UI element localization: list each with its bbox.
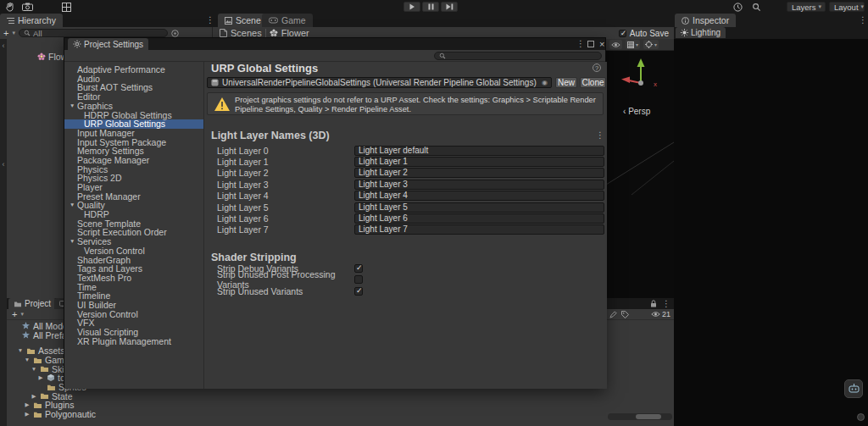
collapse-panel-button[interactable]: ‹ [0, 159, 7, 169]
help-icon[interactable]: ? [593, 64, 601, 72]
layers-dropdown[interactable]: Layers▾ [787, 2, 826, 12]
tab-inspector[interactable]: Inspector [675, 14, 736, 27]
auto-save-checkbox[interactable] [619, 30, 626, 37]
foldout-icon[interactable]: ▶ [31, 392, 37, 401]
scene-view[interactable]: ▾ ▾ x ‹ Persp [606, 39, 674, 298]
scene-orientation-gizmo[interactable]: x [618, 53, 664, 98]
add-object-button[interactable]: + [3, 28, 8, 38]
foldout-icon[interactable]: ▼ [17, 346, 24, 355]
foldout-icon[interactable]: ▶ [24, 410, 31, 418]
light-layer-input[interactable]: Light Layer 2 [354, 168, 604, 178]
project-tree-item[interactable]: ▶ Polygonautic [7, 410, 210, 419]
auto-save-toggle[interactable]: Auto Save [619, 29, 669, 38]
global-settings-object-field[interactable]: UniversalRenderPipelineGlobalSettings (U… [207, 77, 552, 88]
scene-view-toolbar: ▾ ▾ [606, 39, 674, 51]
add-object-dropdown-icon[interactable]: ▾ [12, 30, 15, 36]
collapse-panel-button[interactable]: ‹ [0, 41, 7, 51]
foldout-icon[interactable]: ▼ [31, 365, 37, 373]
camera-tool-button[interactable] [20, 2, 34, 12]
scene-visibility-icon[interactable] [171, 30, 179, 37]
shader-option-checkbox[interactable] [354, 275, 363, 284]
undo-history-button[interactable] [731, 2, 744, 12]
pan-tool-button[interactable] [3, 2, 17, 12]
create-asset-dropdown-icon[interactable]: ▾ [20, 311, 24, 318]
window-menu-button[interactable]: ⋮ [576, 40, 585, 48]
tab-project-settings[interactable]: Project Settings [68, 38, 148, 50]
light-layer-row: Light Layer 1 Light Layer 1 [204, 156, 607, 167]
maximize-button[interactable] [587, 41, 594, 47]
lock-icon[interactable] [650, 300, 657, 307]
object-picker-icon[interactable]: ◉ [542, 79, 548, 86]
search-everything-button[interactable] [749, 2, 763, 12]
pause-button[interactable] [422, 2, 439, 12]
light-layer-input[interactable]: Light Layer 4 [354, 191, 604, 201]
project-menu-button[interactable]: ⋮ [662, 300, 670, 308]
persp-toggle[interactable]: ‹ Persp [623, 107, 650, 116]
light-layer-input[interactable]: Light Layer 1 [354, 157, 604, 167]
settings-category[interactable]: Version Control [64, 246, 203, 256]
play-button[interactable] [403, 2, 420, 12]
shader-option-checkbox[interactable] [354, 264, 363, 273]
main-toolbar: Layers▾ Layout▾ [0, 0, 868, 14]
close-button[interactable]: × [599, 39, 604, 49]
left-collapse-strip: ‹ ‹ [0, 39, 7, 426]
clone-button[interactable]: Clone [580, 77, 606, 88]
create-asset-button[interactable]: + [12, 309, 17, 319]
tab-lighting[interactable]: Lighting [676, 27, 726, 38]
tab-project[interactable]: Project [8, 298, 56, 309]
light-layer-input[interactable]: Light Layer 7 [354, 224, 604, 235]
shader-option-checkbox[interactable] [354, 287, 363, 296]
settings-search-input[interactable] [434, 52, 602, 60]
step-button[interactable] [441, 2, 458, 12]
foldout-icon[interactable]: ▼ [24, 356, 31, 364]
tab-hierarchy[interactable]: Hierarchy [0, 14, 63, 27]
visibility-count[interactable]: 21 [651, 310, 670, 318]
foldout-icon[interactable]: ▼ [70, 201, 77, 210]
settings-category[interactable]: TextMesh Pro [64, 274, 203, 283]
project-settings-window: Project Settings ⋮ × Adaptive Performanc… [64, 37, 606, 388]
paint-icon[interactable] [609, 311, 617, 318]
project-tree-item[interactable]: ▶ State [7, 391, 210, 401]
flower-icon [37, 53, 46, 61]
settings-category[interactable]: Input Manager [64, 129, 203, 138]
foldout-icon[interactable]: ▼ [70, 102, 77, 111]
foldout-icon[interactable]: ▶ [24, 401, 31, 409]
assistant-button[interactable] [844, 379, 863, 398]
warning-text: Project graphics settings do not refer t… [235, 96, 596, 113]
hierarchy-search-input[interactable]: All [19, 29, 168, 37]
scrollbar-handle[interactable] [636, 414, 661, 419]
mesh-icon [47, 373, 55, 382]
inspector-menu-button[interactable]: ⋮ [859, 16, 867, 25]
light-layer-input[interactable]: Light Layer 3 [354, 180, 604, 190]
tag-icon[interactable] [621, 311, 629, 318]
foldout-icon[interactable]: ▼ [70, 237, 77, 246]
status-dot[interactable] [857, 413, 865, 421]
section-menu-button[interactable]: ⋮ [596, 131, 604, 140]
settings-category[interactable]: XR Plugin Management [64, 337, 203, 346]
light-layer-input[interactable]: Light Layer default [354, 146, 604, 156]
project-tree-item[interactable]: ▶ Plugins [7, 401, 210, 410]
scene-grid-button[interactable]: ▾ [626, 40, 640, 49]
settings-category[interactable]: ▼Graphics [64, 102, 203, 111]
hierarchy-item[interactable]: Flower [7, 51, 64, 62]
scene-visibility-button[interactable] [609, 40, 622, 49]
folder-icon [33, 411, 42, 418]
scene-gizmos-button[interactable]: ▾ [643, 40, 659, 49]
light-layer-input[interactable]: Light Layer 6 [354, 213, 604, 224]
foldout-icon[interactable]: ▶ [37, 373, 44, 382]
horizontal-scrollbar[interactable] [608, 413, 672, 420]
settings-category[interactable]: UI Builder [64, 301, 203, 310]
axis-x-label[interactable]: x [654, 80, 657, 88]
light-layer-input[interactable]: Light Layer 5 [354, 202, 604, 213]
star-icon [22, 322, 30, 329]
tab-game[interactable]: Game [262, 14, 313, 27]
light-layer-value: Light Layer 6 [359, 214, 408, 223]
light-layer-label: Light Layer 6 [217, 213, 354, 224]
new-button[interactable]: New [555, 77, 577, 88]
project-settings-titlebar[interactable]: Project Settings ⋮ × [64, 38, 605, 50]
tab-scene[interactable]: Scene [218, 14, 268, 27]
layout-dropdown[interactable]: Layout▾ [829, 2, 865, 12]
grid-tool-button[interactable] [59, 2, 73, 12]
settings-category[interactable]: Package Manager [64, 156, 203, 165]
hierarchy-menu-button[interactable]: ⋮ [206, 16, 214, 25]
